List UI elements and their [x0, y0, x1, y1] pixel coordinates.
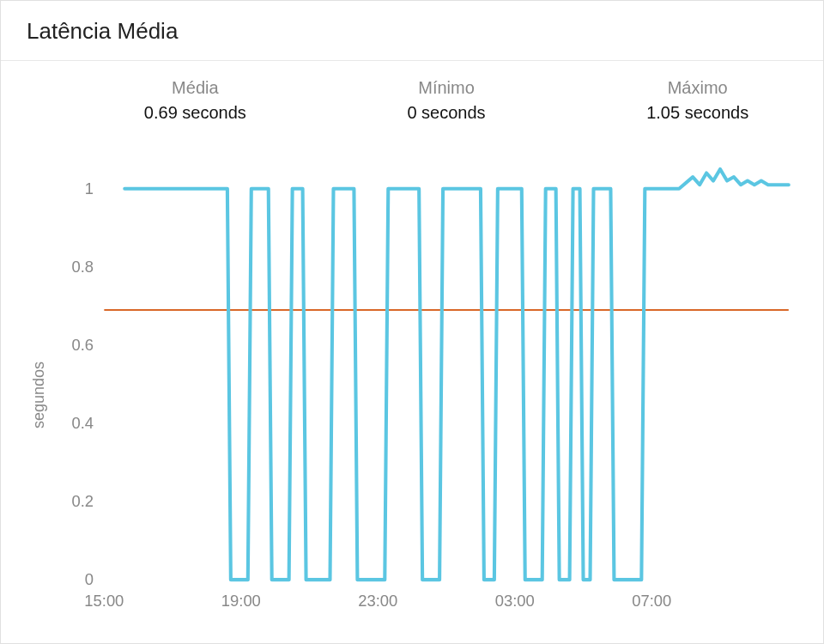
- plot-area: segundos 00.20.40.60.8115:0019:0023:0003…: [1, 130, 823, 643]
- stat-min-label: Mínimo: [355, 78, 538, 98]
- svg-text:0.6: 0.6: [71, 336, 94, 354]
- plot: 00.20.40.60.8115:0019:0023:0003:0007:00: [52, 138, 797, 617]
- stat-max-label: Máximo: [606, 78, 789, 98]
- stat-mean: Média 0.69 seconds: [104, 78, 287, 123]
- chart-svg: 00.20.40.60.8115:0019:0023:0003:0007:00: [52, 138, 797, 617]
- stat-min-value: 0 seconds: [355, 103, 538, 123]
- stat-mean-label: Média: [104, 78, 287, 98]
- svg-text:19:00: 19:00: [221, 592, 261, 610]
- stat-mean-value: 0.69 seconds: [104, 103, 287, 123]
- y-axis-title: segundos: [27, 138, 52, 617]
- svg-text:0: 0: [85, 570, 94, 588]
- stats-row: Média 0.69 seconds Mínimo 0 seconds Máxi…: [1, 61, 823, 130]
- stat-max-value: 1.05 seconds: [606, 103, 789, 123]
- stat-min: Mínimo 0 seconds: [355, 78, 538, 123]
- chart-card: Latência Média Média 0.69 seconds Mínimo…: [0, 0, 824, 644]
- svg-text:07:00: 07:00: [632, 592, 671, 610]
- svg-text:0.2: 0.2: [71, 492, 94, 510]
- card-title: Latência Média: [1, 1, 823, 61]
- svg-text:0.8: 0.8: [71, 258, 94, 276]
- svg-text:15:00: 15:00: [84, 592, 124, 610]
- svg-text:03:00: 03:00: [495, 592, 535, 610]
- stat-max: Máximo 1.05 seconds: [606, 78, 789, 123]
- svg-text:0.4: 0.4: [71, 414, 94, 432]
- svg-text:1: 1: [85, 179, 94, 197]
- svg-text:23:00: 23:00: [358, 592, 397, 610]
